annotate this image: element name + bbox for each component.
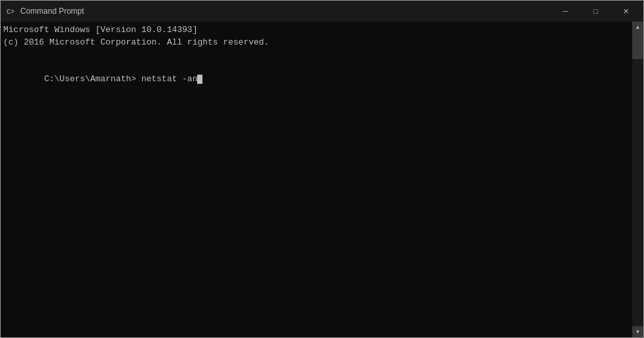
title-bar-left: C> Command Prompt — [6, 6, 84, 16]
console-line-2: (c) 2016 Microsoft Corporation. All righ… — [3, 37, 630, 49]
close-button[interactable]: ✕ — [611, 1, 641, 22]
command-prompt-window: C> Command Prompt ─ □ ✕ Microsoft Window… — [0, 0, 644, 338]
console-output[interactable]: Microsoft Windows [Version 10.0.14393] (… — [1, 22, 632, 337]
cursor — [197, 75, 202, 84]
console-area[interactable]: Microsoft Windows [Version 10.0.14393] (… — [1, 22, 643, 337]
svg-text:C>: C> — [7, 9, 14, 16]
scroll-up-button[interactable]: ▲ — [632, 22, 643, 33]
scrollbar-thumb[interactable] — [632, 33, 643, 59]
scroll-down-button[interactable]: ▼ — [632, 326, 643, 337]
window-title: Command Prompt — [20, 7, 84, 16]
console-line-blank — [3, 49, 630, 62]
scrollbar[interactable]: ▲ ▼ — [632, 22, 643, 337]
command-text: C:\Users\Amarnath> netstat -an — [44, 74, 197, 84]
cmd-icon: C> — [6, 6, 16, 16]
title-bar: C> Command Prompt ─ □ ✕ — [1, 1, 643, 22]
maximize-button[interactable]: □ — [580, 1, 611, 22]
console-line-1: Microsoft Windows [Version 10.0.14393] — [3, 24, 630, 37]
title-bar-controls: ─ □ ✕ — [550, 1, 641, 22]
scrollbar-track[interactable] — [632, 33, 643, 326]
minimize-button[interactable]: ─ — [550, 1, 580, 22]
console-line-command: C:\Users\Amarnath> netstat -an — [3, 62, 630, 99]
